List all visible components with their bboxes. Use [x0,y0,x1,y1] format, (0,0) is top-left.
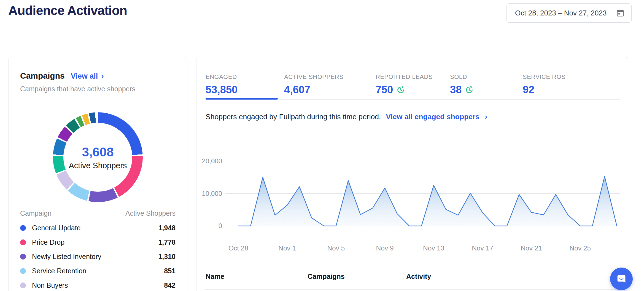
view-engaged-shoppers-link[interactable]: View all engaged shoppers › [386,113,487,121]
stat-value: 4,607 [284,84,343,96]
stat-number: 750 [376,84,393,96]
stat-label: SERVICE ROS [523,73,565,81]
legend-row: General Update1,948 [20,221,176,235]
view-engaged-shoppers-label: View all engaged shoppers [386,113,479,121]
tab-active-shoppers[interactable]: ACTIVE SHOPPERS 4,607 [284,73,343,96]
history-clock-icon [396,86,405,94]
legend-color-dot [20,254,26,260]
stat-label: REPORTED LEADS [376,73,433,81]
legend-campaign-value: 842 [164,281,176,289]
date-range-value: Oct 28, 2023 – Nov 27, 2023 [515,9,607,17]
stat-label: ACTIVE SHOPPERS [284,73,343,81]
stat-value: 38 [450,84,474,96]
chevron-right-icon: › [101,72,104,81]
svg-text:10,000: 10,000 [202,190,222,197]
donut-center-value: 3,608 [82,145,114,159]
stat-number: 53,850 [206,84,238,96]
tab-reported-leads[interactable]: REPORTED LEADS 750 [376,73,433,96]
stat-value: 53,850 [206,84,238,96]
stat-number: 92 [523,84,534,96]
chat-bubble-icon [615,273,628,285]
legend-column-value: Active Shoppers [125,209,176,217]
active-tab-underline [206,98,278,100]
svg-text:Nov 21: Nov 21 [521,244,542,252]
legend-campaign-value: 1,310 [158,253,176,261]
legend-campaign-value: 1,948 [158,224,176,232]
campaigns-card: Campaigns View all › Campaigns that have… [8,57,187,291]
legend-header: Campaign Active Shoppers [20,209,176,217]
legend-campaign-name: Newly Listed Inventory [32,253,158,261]
legend-campaign-name: Price Drop [32,238,158,246]
history-clock-icon [465,86,474,94]
svg-text:20,000: 20,000 [202,157,222,165]
engaged-description-row: Shoppers engaged by Fullpath during this… [206,113,487,121]
chat-launcher-button[interactable] [610,268,633,290]
stat-label: SOLD [450,73,474,81]
chevron-right-icon: › [485,113,487,121]
stat-value: 92 [523,84,565,96]
column-header-activity: Activity [406,273,431,281]
legend-color-dot [20,239,26,245]
svg-text:Nov 9: Nov 9 [376,244,394,252]
stat-number: 38 [450,84,462,96]
svg-text:Oct 28: Oct 28 [228,244,248,252]
legend-row: Non Buyers842 [20,278,176,291]
donut-center: 3,608 Active Shoppers [63,123,132,192]
audience-activation-page: Audience Activation Oct 28, 2023 – Nov 2… [0,0,644,291]
svg-text:Nov 1: Nov 1 [278,244,296,252]
svg-text:Nov 5: Nov 5 [327,244,345,252]
legend-column-campaign: Campaign [20,209,52,217]
calendar-icon [616,9,625,17]
campaigns-legend: Campaign Active Shoppers General Update1… [20,209,176,291]
campaign-legend-rows: General Update1,948Price Drop1,778Newly … [20,221,176,291]
svg-text:0: 0 [219,222,222,229]
legend-row: Service Retention851 [20,264,176,278]
tab-engaged[interactable]: ENGAGED 53,850 [206,73,238,96]
svg-text:Nov 13: Nov 13 [423,244,444,252]
legend-campaign-name: General Update [32,224,158,232]
tab-sold[interactable]: SOLD 38 [450,73,474,96]
legend-color-dot [20,225,26,231]
date-range-picker[interactable]: Oct 28, 2023 – Nov 27, 2023 [506,3,632,23]
shoppers-table-header: Name Campaigns Activity [196,273,628,282]
engaged-description: Shoppers engaged by Fullpath during this… [206,113,381,121]
campaigns-subtitle: Campaigns that have active shoppers [20,85,176,93]
column-header-name: Name [206,273,224,281]
campaigns-card-header: Campaigns View all › [20,71,176,81]
campaigns-title: Campaigns [20,71,65,81]
engagement-card: ENGAGED 53,850 ACTIVE SHOPPERS 4,607 REP… [196,57,628,291]
engaged-shoppers-area-chart: 20,00010,0000Oct 28Nov 1Nov 5Nov 9Nov 13… [198,151,620,253]
stat-label: ENGAGED [206,73,238,81]
campaigns-view-all-label: View all [71,72,98,81]
campaigns-donut-chart: 3,608 Active Shoppers [53,112,143,202]
stat-number: 4,607 [284,84,310,96]
stat-value: 750 [376,84,433,96]
legend-row: Newly Listed Inventory1,310 [20,249,176,264]
tab-service-ros[interactable]: SERVICE ROS 92 [523,73,565,96]
legend-color-dot [20,282,26,288]
svg-text:Nov 25: Nov 25 [570,244,591,252]
legend-campaign-name: Non Buyers [32,281,164,289]
legend-campaign-name: Service Retention [32,267,164,275]
legend-color-dot [20,268,26,274]
legend-campaign-value: 851 [164,267,176,275]
legend-row: Price Drop1,778 [20,235,176,249]
legend-campaign-value: 1,778 [158,238,176,246]
campaigns-view-all-link[interactable]: View all › [71,72,104,81]
page-title: Audience Activation [8,3,127,18]
svg-text:Nov 17: Nov 17 [472,244,493,252]
table-header-divider [205,289,620,290]
column-header-campaigns: Campaigns [308,273,345,281]
donut-center-label: Active Shoppers [69,161,127,170]
